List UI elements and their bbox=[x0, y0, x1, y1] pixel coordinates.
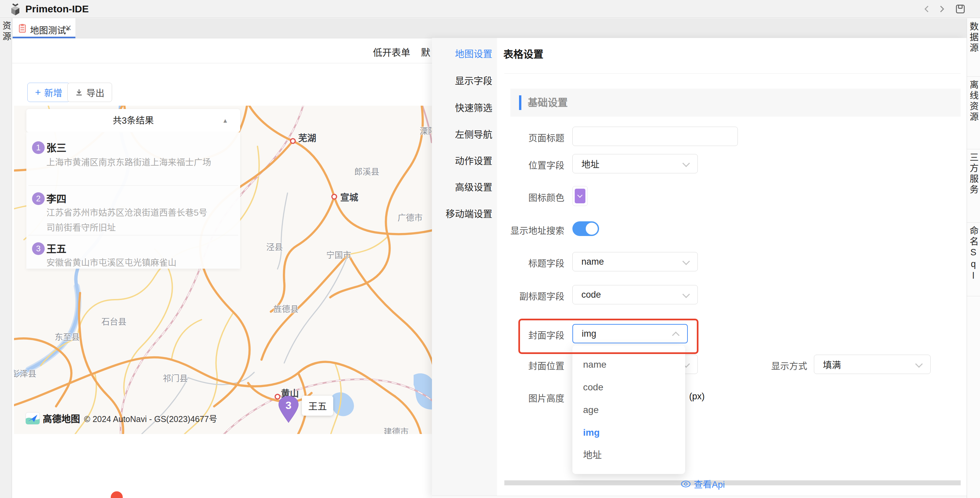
result-count: 共3条结果 bbox=[26, 109, 240, 132]
nav-forward-icon[interactable] bbox=[937, 5, 946, 13]
export-button[interactable]: 导出 bbox=[67, 82, 112, 102]
dropdown-option-name[interactable]: name bbox=[573, 353, 685, 376]
map-district-label: 石台县 bbox=[102, 315, 126, 327]
add-button[interactable]: + 新增 bbox=[27, 82, 70, 102]
color-swatch bbox=[575, 189, 585, 203]
map-district-label: 溧阳 bbox=[420, 124, 432, 136]
subtitle-field-select[interactable]: code bbox=[573, 285, 698, 305]
nav-back-icon[interactable] bbox=[923, 5, 931, 13]
map-marker-label-text: 王五 bbox=[308, 399, 327, 412]
map-city-label: 芜湖 bbox=[298, 131, 316, 144]
document-icon bbox=[19, 24, 26, 33]
rail-item-named-sql[interactable]: 命名Sql bbox=[967, 223, 980, 297]
map-city-label: 宣城 bbox=[340, 190, 358, 203]
item-badge: 3 bbox=[32, 242, 45, 255]
position-field-select[interactable]: 地址 bbox=[573, 154, 698, 173]
map-district-label: 广德市 bbox=[398, 211, 423, 223]
collapse-icon[interactable]: ▲ bbox=[222, 109, 228, 132]
field-label-icon-color: 图标颜色 bbox=[484, 191, 565, 204]
map-district-label: 东至县 bbox=[55, 330, 80, 343]
map-district-label: 旌德县 bbox=[274, 302, 299, 314]
right-rail: 数据源 离线资源 三方服务 命名Sql bbox=[967, 18, 980, 498]
title-field-select[interactable]: name bbox=[573, 252, 698, 271]
download-icon bbox=[75, 88, 83, 96]
map-brand: 高德地图 bbox=[43, 412, 80, 425]
view-api-link[interactable]: 查看Api bbox=[681, 477, 725, 490]
amap-logo-icon bbox=[25, 412, 40, 425]
tab-title: 地图测试* bbox=[30, 23, 70, 36]
field-label-image-height: 图片高度 bbox=[484, 391, 565, 404]
result-list: 1 张三 上海市黄浦区南京东路街道上海来福士广场 2 李四 江苏省苏州市姑苏区沧… bbox=[26, 132, 240, 269]
title-field-value: name bbox=[581, 257, 604, 267]
item-badge: 1 bbox=[32, 141, 45, 154]
list-item[interactable]: 2 李四 江苏省苏州市姑苏区沧浪街道西善长巷5号司前街看守所旧址 bbox=[26, 186, 240, 235]
rail-item-offline-resources[interactable]: 离线资源 bbox=[967, 77, 980, 149]
rail-item-datasource[interactable]: 数据源 bbox=[967, 18, 980, 77]
field-label-page-title: 页面标题 bbox=[484, 131, 565, 144]
top-bar: Primeton-IDE bbox=[0, 0, 980, 18]
rail-item-label: 数据源 bbox=[967, 18, 980, 76]
chevron-down-icon bbox=[578, 193, 583, 198]
field-label-subtitle-field: 副标题字段 bbox=[484, 289, 565, 302]
drawer-title: 表格设置 bbox=[503, 46, 543, 61]
annotation-highlight-box bbox=[519, 319, 698, 354]
map-district-label: 建德市 bbox=[383, 425, 409, 434]
menu-item-display-fields[interactable]: 显示字段 bbox=[432, 74, 497, 87]
result-list-header[interactable]: 共3条结果 ▲ bbox=[26, 109, 240, 132]
dropdown-option-img[interactable]: img bbox=[573, 421, 685, 444]
drawer-title-divider bbox=[504, 73, 961, 74]
section-basic-settings: 基础设置 bbox=[510, 89, 961, 117]
chevron-down-icon bbox=[915, 360, 923, 368]
image-height-suffix: (px) bbox=[689, 391, 705, 402]
item-name: 张三 bbox=[46, 140, 66, 154]
dropdown-option-address[interactable]: 地址 bbox=[573, 444, 685, 467]
map-attribution: 高德地图 © 2024 AutoNavi - GS(2023)4677号 bbox=[25, 412, 217, 425]
field-label-title-field: 标题字段 bbox=[484, 256, 565, 269]
field-label-display-mode: 显示方式 bbox=[730, 359, 807, 372]
app-logo-icon bbox=[9, 3, 22, 16]
rail-item-label: 三方服务 bbox=[967, 149, 980, 222]
item-badge: 2 bbox=[32, 192, 45, 205]
plus-icon: + bbox=[35, 87, 41, 98]
field-label-position-field: 位置字段 bbox=[484, 158, 565, 171]
add-button-label: 新增 bbox=[45, 86, 62, 99]
field-label-cover-position: 封面位置 bbox=[484, 359, 565, 372]
tab-close-icon[interactable]: × bbox=[65, 22, 72, 34]
map-district-label: 彭泽县 bbox=[14, 367, 37, 379]
dropdown-option-code[interactable]: code bbox=[573, 376, 685, 399]
save-icon[interactable] bbox=[955, 4, 965, 14]
tab-map-test[interactable]: 地图测试* × bbox=[13, 18, 75, 38]
display-mode-value: 填满 bbox=[823, 358, 841, 371]
map-district-label: 宁国市 bbox=[326, 248, 351, 260]
field-label-show-address-search: 显示地址搜索 bbox=[484, 224, 565, 237]
item-name: 王五 bbox=[46, 241, 66, 255]
rail-item-label: 命名Sql bbox=[967, 223, 980, 296]
menu-item-mobile-settings[interactable]: 移动端设置 bbox=[432, 207, 497, 220]
view-api-label: 查看Api bbox=[694, 477, 725, 490]
horizontal-scrollbar[interactable] bbox=[504, 481, 961, 485]
icon-color-picker[interactable] bbox=[573, 186, 588, 206]
left-rail-resources[interactable]: 资源 bbox=[0, 21, 12, 42]
page-header-tab-partial[interactable]: 默 bbox=[421, 45, 430, 59]
rail-item-thirdparty-services[interactable]: 三方服务 bbox=[967, 149, 980, 223]
page-title-input[interactable] bbox=[573, 127, 738, 146]
list-item[interactable]: 3 王五 安徽省黄山市屯溪区屯光镇麻雀山 bbox=[26, 235, 240, 269]
page-header-tab-form[interactable]: 低开表单 bbox=[373, 45, 410, 59]
menu-item-map-settings[interactable]: 地图设置 bbox=[432, 47, 497, 60]
map-marker-label[interactable]: 王五 bbox=[302, 396, 333, 416]
show-address-search-toggle[interactable] bbox=[573, 221, 599, 236]
dropdown-option-age[interactable]: age bbox=[573, 399, 685, 421]
drawer-bottom-strip bbox=[432, 496, 967, 498]
display-mode-select[interactable]: 填满 bbox=[814, 355, 931, 374]
cover-field-dropdown: name code age img 地址 bbox=[573, 345, 685, 474]
map-district-label: 祁门县 bbox=[163, 372, 188, 384]
map-district-label: 泾县 bbox=[266, 240, 283, 252]
eye-icon bbox=[681, 480, 691, 488]
left-rail: 资源 bbox=[0, 18, 12, 498]
item-address: 江苏省苏州市姑苏区沧浪街道西善长巷5号司前街看守所旧址 bbox=[46, 205, 215, 235]
toggle-knob bbox=[586, 223, 598, 235]
menu-item-quick-filter[interactable]: 快速筛选 bbox=[432, 101, 497, 114]
list-item[interactable]: 1 张三 上海市黄浦区南京东路街道上海来福士广场 bbox=[26, 132, 240, 186]
map-marker-pin[interactable]: 3 bbox=[278, 395, 299, 423]
page-header-divider bbox=[12, 63, 432, 63]
